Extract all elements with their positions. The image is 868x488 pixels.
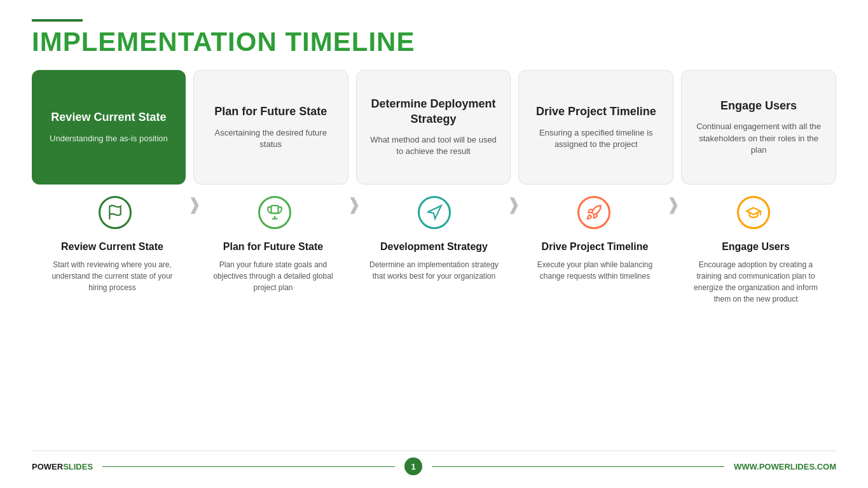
timeline-item-4 bbox=[523, 196, 664, 229]
timeline-item-5 bbox=[683, 196, 823, 229]
timeline-item-3 bbox=[364, 196, 504, 229]
card-engage-users: Engage Users Continual engagement with a… bbox=[681, 70, 836, 185]
card-desc-5: Continual engagement with all the stakeh… bbox=[692, 121, 825, 156]
bottom-title-5: Engage Users bbox=[685, 241, 826, 254]
bottom-item-1: Review Current State Start with reviewin… bbox=[32, 235, 193, 447]
top-cards-row: Review Current State Understanding the a… bbox=[32, 70, 836, 185]
card-title-1: Review Current State bbox=[51, 110, 166, 125]
page-title: IMPLEMENTATION TIMELINE bbox=[32, 27, 836, 57]
bottom-desc-5: Encourage adoption by creating a trainin… bbox=[685, 259, 826, 305]
bottom-desc-1: Start with reviewing where you are, unde… bbox=[42, 259, 183, 293]
card-review-current-state: Review Current State Understanding the a… bbox=[32, 70, 186, 185]
timeline-icon-megaphone bbox=[418, 196, 451, 229]
arrow-1: ❱ bbox=[185, 195, 204, 214]
bottom-title-4: Drive Project Timeline bbox=[525, 241, 665, 254]
timeline-icon-flag bbox=[99, 196, 132, 229]
arrow-2: ❱ bbox=[345, 195, 364, 214]
card-title-4: Drive Project Timeline bbox=[536, 104, 656, 119]
card-plan-future-state: Plan for Future State Ascertaining the d… bbox=[193, 70, 348, 185]
bottom-section: Review Current State Start with reviewin… bbox=[32, 235, 836, 447]
timeline-item-2 bbox=[204, 196, 345, 229]
bottom-desc-2: Plan your future state goals and objecti… bbox=[203, 259, 343, 293]
bottom-desc-3: Determine an implementation strategy tha… bbox=[364, 259, 504, 282]
bottom-desc-4: Execute your plan while balancing change… bbox=[525, 259, 665, 282]
bottom-item-4: Drive Project Timeline Execute your plan… bbox=[514, 235, 675, 447]
footer-page-number: 1 bbox=[404, 457, 422, 475]
bottom-title-1: Review Current State bbox=[42, 241, 183, 254]
header-accent-bar bbox=[32, 19, 83, 22]
timeline-icon-rocket bbox=[577, 196, 610, 229]
bottom-title-2: Plan for Future State bbox=[203, 241, 343, 254]
title-green: TIMELINE bbox=[285, 27, 415, 57]
title-black: IMPLEMENTATION bbox=[32, 27, 285, 57]
arrow-4: ❱ bbox=[664, 195, 683, 214]
bottom-item-3: Development Strategy Determine an implem… bbox=[354, 235, 514, 447]
footer-brand: POWERSLIDES bbox=[32, 462, 93, 471]
card-desc-3: What method and tool will be used to ach… bbox=[367, 134, 500, 157]
timeline-item-1 bbox=[45, 196, 185, 229]
bottom-item-5: Engage Users Encourage adoption by creat… bbox=[675, 235, 836, 447]
card-desc-2: Ascertaining the desired future status bbox=[204, 127, 338, 150]
footer-line-right bbox=[432, 466, 724, 467]
page: IMPLEMENTATION TIMELINE Review Current S… bbox=[0, 0, 868, 488]
svg-rect-2 bbox=[271, 206, 278, 213]
bottom-item-2: Plan for Future State Plan your future s… bbox=[193, 235, 354, 447]
footer-website: WWW.POWERLIDES.COM bbox=[734, 462, 836, 471]
card-desc-1: Understanding the as-is position bbox=[50, 133, 168, 144]
card-deployment-strategy: Determine Deployment Strategy What metho… bbox=[356, 70, 511, 185]
card-title-3: Determine Deployment Strategy bbox=[367, 97, 500, 127]
arrow-3: ❱ bbox=[504, 195, 523, 214]
timeline-row: ❱ ❱ ❱ bbox=[32, 196, 836, 229]
timeline-icon-trophy bbox=[258, 196, 291, 229]
card-drive-project-timeline: Drive Project Timeline Ensuring a specif… bbox=[518, 70, 673, 185]
footer-brand-green: SLIDES bbox=[63, 462, 93, 471]
timeline-icon-graduation bbox=[737, 196, 770, 229]
card-title-2: Plan for Future State bbox=[214, 104, 327, 119]
card-title-5: Engage Users bbox=[720, 99, 797, 113]
bottom-title-3: Development Strategy bbox=[364, 241, 504, 254]
card-desc-4: Ensuring a specified timeline is assigne… bbox=[529, 127, 663, 150]
footer-line-left bbox=[102, 466, 395, 467]
footer: POWERSLIDES 1 WWW.POWERLIDES.COM bbox=[32, 450, 836, 475]
